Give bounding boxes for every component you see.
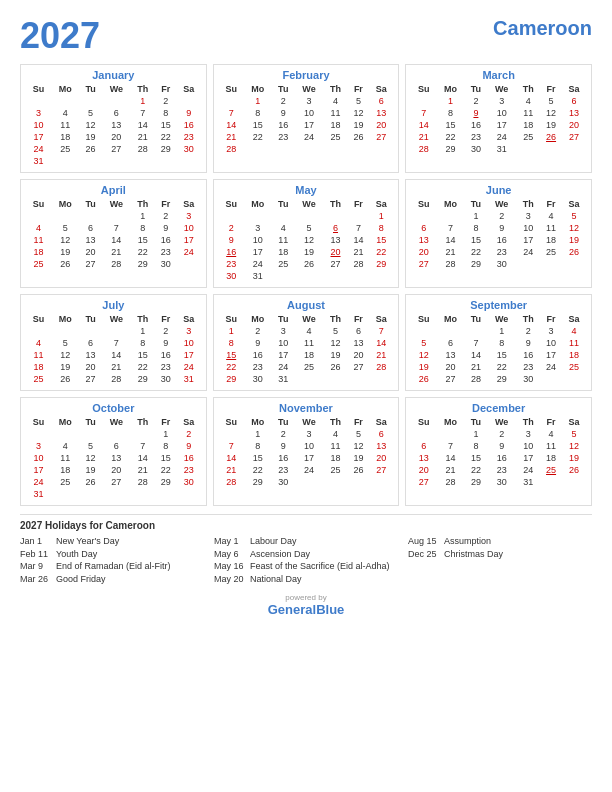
cal-day: 28 <box>369 361 393 373</box>
cal-day: 28 <box>219 143 244 155</box>
cal-day: 30 <box>272 476 294 488</box>
cal-day: 7 <box>131 440 155 452</box>
cal-day: 31 <box>272 373 294 385</box>
cal-day: 27 <box>102 143 131 155</box>
cal-day <box>324 270 348 282</box>
month-block-december: DecemberSuMoTuWeThFrSa123456789101112131… <box>405 397 592 506</box>
cal-day: 28 <box>411 143 436 155</box>
cal-day: 21 <box>436 464 464 476</box>
cal-day: 2 <box>272 95 294 107</box>
cal-day: 29 <box>369 258 393 270</box>
holiday-name: Youth Day <box>56 548 97 561</box>
cal-day: 4 <box>540 210 562 222</box>
cal-day <box>26 428 51 440</box>
cal-day: 26 <box>347 131 369 143</box>
cal-day <box>131 428 155 440</box>
month-block-february: FebruarySuMoTuWeThFrSa123456789101112131… <box>213 64 400 173</box>
weekday-header: Sa <box>177 83 201 95</box>
weekday-header: Tu <box>465 313 487 325</box>
cal-day: 18 <box>540 234 562 246</box>
cal-day: 13 <box>436 349 464 361</box>
cal-day: 15 <box>131 234 155 246</box>
cal-day: 14 <box>465 349 487 361</box>
cal-day: 23 <box>272 464 294 476</box>
cal-day: 22 <box>219 361 244 373</box>
cal-table: SuMoTuWeThFrSa12345678910111213141516171… <box>411 416 586 488</box>
cal-day: 27 <box>562 131 586 143</box>
holidays-section: 2027 Holidays for Cameroon Jan 1New Year… <box>20 514 592 585</box>
holiday-item: May 16Feast of the Sacrifice (Eid al-Adh… <box>214 560 398 573</box>
cal-day: 12 <box>540 107 562 119</box>
holiday-item: Feb 11Youth Day <box>20 548 204 561</box>
cal-day: 2 <box>465 95 487 107</box>
cal-day <box>177 488 201 500</box>
cal-day: 20 <box>411 464 436 476</box>
cal-day <box>131 488 155 500</box>
cal-day: 8 <box>131 222 155 234</box>
holiday-col-2: May 1Labour DayMay 6Ascension DayMay 16F… <box>214 535 398 585</box>
cal-day: 15 <box>436 119 464 131</box>
cal-day <box>155 488 177 500</box>
cal-day: 29 <box>465 258 487 270</box>
weekday-header: Sa <box>177 198 201 210</box>
cal-day: 24 <box>540 361 562 373</box>
holiday-item: Jan 1New Year's Day <box>20 535 204 548</box>
cal-day: 9 <box>177 107 201 119</box>
weekday-header: Mo <box>436 313 464 325</box>
cal-day: 12 <box>79 452 101 464</box>
cal-day: 12 <box>295 234 324 246</box>
cal-day <box>436 325 464 337</box>
cal-day: 6 <box>436 337 464 349</box>
cal-day: 7 <box>102 222 131 234</box>
cal-day: 4 <box>562 325 586 337</box>
holiday-date: May 16 <box>214 560 246 573</box>
weekday-header: Sa <box>369 313 393 325</box>
cal-day: 6 <box>369 95 393 107</box>
month-block-august: AugustSuMoTuWeThFrSa12345678910111213141… <box>213 294 400 391</box>
cal-day: 30 <box>155 373 177 385</box>
cal-day: 13 <box>324 234 348 246</box>
cal-day: 25 <box>540 464 562 476</box>
cal-day: 5 <box>540 95 562 107</box>
cal-day: 16 <box>487 234 516 246</box>
cal-day: 9 <box>155 337 177 349</box>
weekday-header: Fr <box>347 416 369 428</box>
cal-table: SuMoTuWeThFrSa12345678910111213141516171… <box>219 198 394 282</box>
cal-day: 8 <box>131 337 155 349</box>
cal-day <box>324 143 348 155</box>
cal-day <box>102 488 131 500</box>
cal-day: 19 <box>324 349 348 361</box>
cal-day <box>540 143 562 155</box>
cal-day <box>347 143 369 155</box>
cal-day: 13 <box>369 107 393 119</box>
cal-day: 27 <box>324 258 348 270</box>
cal-day: 26 <box>324 361 348 373</box>
cal-day: 5 <box>51 222 79 234</box>
page: 2027 Cameroon JanuarySuMoTuWeThFrSa12345… <box>0 0 612 792</box>
cal-day: 1 <box>131 325 155 337</box>
brand-blue: Blue <box>316 602 344 617</box>
cal-day: 22 <box>465 464 487 476</box>
weekday-header: Su <box>26 313 51 325</box>
cal-day: 27 <box>347 361 369 373</box>
cal-day: 25 <box>562 361 586 373</box>
month-name: July <box>26 299 201 311</box>
cal-day: 7 <box>436 222 464 234</box>
holiday-name: Labour Day <box>250 535 297 548</box>
cal-day: 21 <box>131 131 155 143</box>
cal-day: 16 <box>272 452 294 464</box>
cal-day: 13 <box>562 107 586 119</box>
cal-day: 3 <box>272 325 294 337</box>
cal-day: 15 <box>219 349 244 361</box>
cal-day: 28 <box>102 258 131 270</box>
cal-day <box>516 143 540 155</box>
cal-day: 29 <box>155 476 177 488</box>
weekday-header: Th <box>324 313 348 325</box>
cal-day: 18 <box>562 349 586 361</box>
cal-day: 26 <box>79 476 101 488</box>
cal-day: 29 <box>131 258 155 270</box>
weekday-header: We <box>295 83 324 95</box>
cal-day: 7 <box>465 337 487 349</box>
cal-day: 15 <box>465 452 487 464</box>
cal-day: 23 <box>272 131 294 143</box>
